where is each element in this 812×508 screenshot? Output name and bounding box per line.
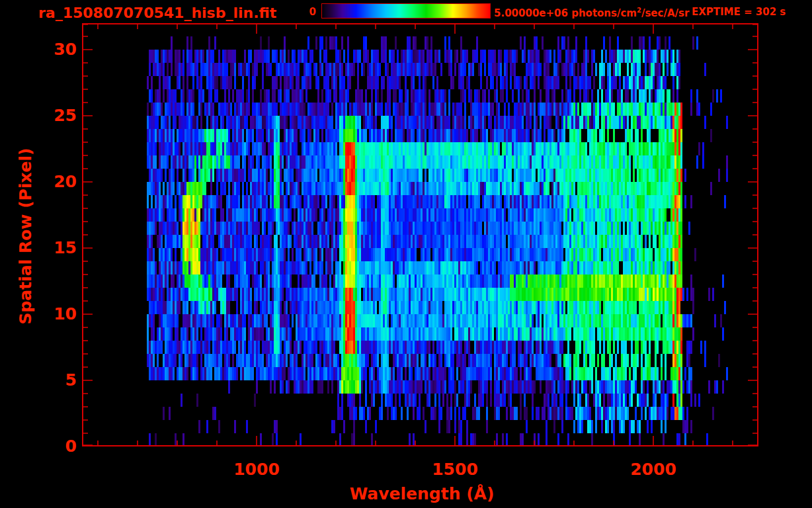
y-tick-label-5: 5	[48, 372, 77, 388]
y-tick-label-10: 10	[48, 306, 77, 322]
y-tick-label-0: 0	[48, 438, 77, 454]
y-axis-title: Spatial Row (Pixel)	[17, 130, 36, 342]
colorbar-max-suffix: /sec/A/sr	[641, 7, 689, 19]
y-tick-label-30: 30	[48, 41, 77, 58]
colorbar-gradient	[321, 3, 491, 19]
spectrogram-plot-area	[82, 23, 758, 446]
x-tick-label-1500: 1500	[409, 461, 501, 478]
colorbar-min-label: 0	[299, 7, 316, 17]
spectral-image-viewer: ra_150807070541_hisb_lin.fit 0 5.00000e+…	[0, 0, 812, 508]
colorbar-max-label: 5.00000e+06 photons/cm2/sec/A/sr	[494, 7, 689, 19]
y-tick-label-15: 15	[48, 239, 77, 256]
x-axis-title: Wavelength (Å)	[316, 486, 528, 502]
y-tick-label-25: 25	[48, 107, 77, 124]
file-title: ra_150807070541_hisb_lin.fit	[38, 6, 276, 21]
colorbar-max-superscript: 2	[637, 7, 641, 14]
colorbar-max-prefix: 5.00000e+06 photons/cm	[494, 7, 637, 19]
x-tick-label-1000: 1000	[210, 461, 303, 478]
y-tick-label-20: 20	[48, 173, 77, 190]
x-tick-label-2000: 2000	[607, 461, 700, 478]
exptime-label: EXPTIME = 302 s	[692, 7, 786, 17]
